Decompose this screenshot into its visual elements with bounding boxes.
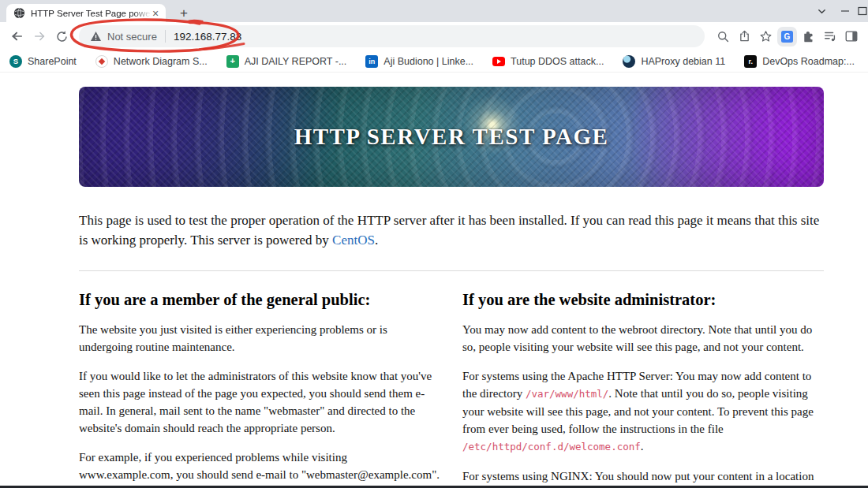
- browser-toolbar: Not secure 192.168.77.83 G: [0, 22, 868, 50]
- bookmark-favicon-icon: [9, 55, 22, 68]
- media-controls-icon[interactable]: [819, 25, 840, 47]
- extensions-puzzle-icon[interactable]: [798, 25, 819, 47]
- tab-close-icon[interactable]: ×: [152, 8, 159, 19]
- code-path: /var/www/html/: [526, 388, 608, 400]
- content-columns: If you are a member of the general publi…: [79, 271, 824, 488]
- bookmark-favicon-icon: [492, 57, 505, 66]
- paragraph: If you would like to let the administrat…: [79, 367, 440, 437]
- column-heading-public: If you are a member of the general publi…: [79, 290, 440, 309]
- paragraph: You may now add content to the webroot d…: [462, 321, 824, 356]
- paragraph: For systems using the Apache HTTP Server…: [462, 367, 824, 456]
- column-paragraphs-public: The website you just visited is either e…: [79, 321, 440, 483]
- bookmark-item[interactable]: Network Diagram S...: [95, 55, 208, 68]
- reload-button[interactable]: [51, 25, 73, 47]
- forward-button[interactable]: [28, 25, 51, 47]
- paragraph: For example, if you experienced problems…: [79, 449, 440, 483]
- banner-image: HTTP SERVER TEST PAGE: [79, 87, 824, 187]
- bookmark-item[interactable]: DevOps Roadmap:...: [744, 55, 855, 68]
- window-controls: [810, 0, 868, 22]
- intro-paragraph: This page is used to test the proper ope…: [79, 210, 824, 250]
- bookmark-favicon-icon: [365, 55, 378, 68]
- back-button[interactable]: [6, 25, 28, 47]
- not-secure-warning-icon: [90, 31, 102, 42]
- bookmark-item[interactable]: AJI DAILY REPORT -...: [226, 55, 347, 68]
- search-icon[interactable]: [713, 25, 734, 47]
- centos-link[interactable]: CentOS: [332, 233, 375, 248]
- bookmark-favicon-icon: [744, 55, 757, 68]
- side-panel-icon[interactable]: [840, 25, 862, 47]
- tab-strip: HTTP Server Test Page powered × +: [0, 0, 868, 22]
- share-icon[interactable]: [734, 25, 755, 47]
- bookmark-item[interactable]: SharePoint: [9, 55, 77, 68]
- new-tab-button[interactable]: +: [175, 5, 193, 22]
- bookmark-item[interactable]: Aji Budiono | Linke...: [365, 55, 473, 68]
- bookmark-item[interactable]: Tutup DDOS attack...: [492, 56, 604, 67]
- column-heading-admin: If you are the website administrator:: [462, 290, 824, 309]
- column-general-public: If you are a member of the general publi…: [79, 271, 440, 488]
- column-paragraphs-admin: You may now add content to the webroot d…: [462, 321, 824, 488]
- google-translate-extension-icon[interactable]: G: [776, 25, 798, 47]
- minimize-button[interactable]: [833, 0, 857, 22]
- omnibox-divider: [165, 30, 166, 43]
- maximize-button[interactable]: [857, 0, 868, 22]
- page-content: HTTP SERVER TEST PAGE This page is used …: [0, 87, 868, 488]
- bookmark-favicon-icon: [95, 55, 108, 68]
- code-path: /etc/httpd/conf.d/welcome.conf: [462, 441, 641, 453]
- tab-title: HTTP Server Test Page powered: [31, 9, 151, 18]
- column-website-admin: If you are the website administrator: Yo…: [462, 271, 824, 488]
- not-secure-label: Not secure: [107, 31, 157, 43]
- url-text[interactable]: 192.168.77.83: [174, 31, 241, 43]
- paragraph: The website you just visited is either e…: [79, 321, 440, 356]
- bookmark-favicon-icon: [623, 55, 635, 68]
- bookmark-favicon-icon: [226, 55, 239, 68]
- tab-search-chevron-icon[interactable]: [810, 0, 833, 22]
- bookmark-item[interactable]: HAProxy debian 11: [623, 55, 725, 68]
- banner-title: HTTP SERVER TEST PAGE: [294, 124, 609, 150]
- bookmarks-bar: SharePoint Network Diagram S... AJI DAIL…: [0, 50, 868, 73]
- globe-favicon-icon: [13, 7, 25, 19]
- bookmark-star-icon[interactable]: [755, 25, 776, 47]
- browser-tab[interactable]: HTTP Server Test Page powered ×: [6, 4, 166, 22]
- address-bar[interactable]: Not secure 192.168.77.83: [79, 25, 705, 47]
- toolbar-actions: G: [713, 25, 862, 47]
